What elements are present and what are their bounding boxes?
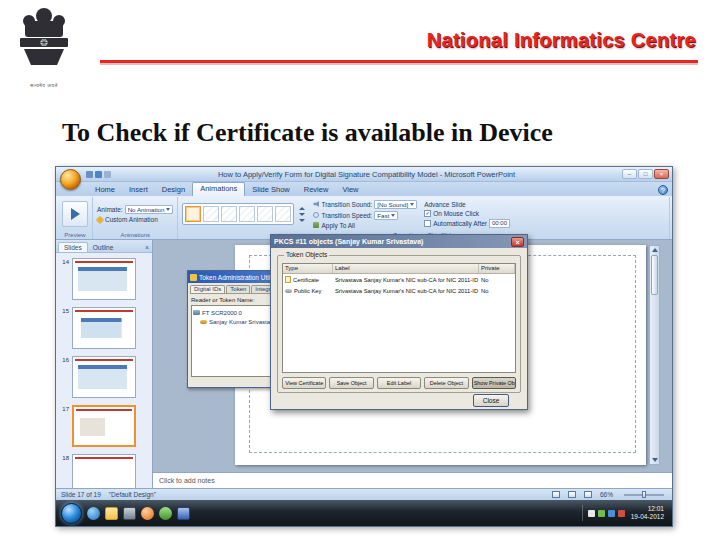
scroll-up-icon[interactable] <box>652 248 658 252</box>
view-normal-icon[interactable] <box>552 491 560 498</box>
group-label-preview: Preview <box>62 230 88 239</box>
folder-icon[interactable] <box>105 507 118 520</box>
tab-digital-ids[interactable]: Digital IDs <box>190 285 225 293</box>
object-row-certificate[interactable]: Certificate Srivastava Sanjay Kumar's NI… <box>283 274 515 285</box>
object-row-public-key[interactable]: Public Key Srivastava Sanjay Kumar's NIC… <box>283 285 515 296</box>
dialog-body: Token Objects Type Label Private Certifi… <box>271 248 527 409</box>
animate-label: Animate: <box>97 206 123 213</box>
tray-icon-3[interactable] <box>608 510 615 517</box>
dialog-close-button[interactable]: Close <box>473 394 509 407</box>
undo-icon[interactable] <box>95 171 102 178</box>
transition-tile[interactable] <box>239 206 255 222</box>
token-key-icon <box>200 320 207 324</box>
slide-thumbnail-selected[interactable] <box>72 405 136 447</box>
save-object-button[interactable]: Save Object <box>329 377 373 389</box>
apply-to-all-button[interactable]: Apply To All <box>321 222 354 229</box>
tab-animations[interactable]: Animations <box>192 182 245 196</box>
taskbar-clock[interactable]: 12:01 19-04-2012 <box>628 505 667 521</box>
view-slideshow-icon[interactable] <box>584 491 592 498</box>
show-private-objects-button[interactable]: Show Private Objects <box>472 377 516 389</box>
transition-gallery <box>182 203 294 225</box>
slide-thumbnail[interactable] <box>72 454 136 488</box>
minimize-button[interactable]: – <box>622 169 637 179</box>
office-button-icon[interactable] <box>60 169 81 190</box>
tab-slide-show[interactable]: Slide Show <box>245 184 297 196</box>
tab-design[interactable]: Design <box>155 184 192 196</box>
tab-slides[interactable]: Slides <box>58 242 88 252</box>
automatically-after-label: Automatically After <box>433 220 487 227</box>
view-sorter-icon[interactable] <box>568 491 576 498</box>
emblem-motto: सत्यमेव जयते <box>14 82 74 89</box>
tab-home[interactable]: Home <box>88 184 122 196</box>
gallery-more-icon[interactable] <box>299 219 305 222</box>
gallery-down-icon[interactable] <box>299 213 305 216</box>
slide-thumbnail[interactable] <box>72 307 136 349</box>
tab-view[interactable]: View <box>335 184 365 196</box>
help-icon[interactable]: ? <box>658 185 668 195</box>
auto-after-time-input[interactable]: 00:00 <box>489 219 510 228</box>
custom-animation-button[interactable]: Custom Animation <box>105 216 158 223</box>
view-certificate-button[interactable]: View Certificate <box>282 377 326 389</box>
dialog-close-icon[interactable]: × <box>511 237 524 247</box>
group-label-animations: Animations <box>97 230 173 239</box>
redo-icon[interactable] <box>104 171 111 178</box>
gallery-up-icon[interactable] <box>299 207 305 210</box>
on-mouse-click-checkbox[interactable]: ✓ <box>424 210 431 217</box>
page-title: To Check if Certificate is available in … <box>62 118 553 148</box>
reader-icon <box>193 310 200 315</box>
speed-icon <box>313 212 319 218</box>
object-label: Srivastava Sanjay Kumar's NIC sub-CA for… <box>333 288 479 294</box>
delete-object-button[interactable]: Delete Object <box>424 377 468 389</box>
tab-outline[interactable]: Outline <box>88 243 119 252</box>
transition-tile[interactable] <box>275 206 291 222</box>
column-private[interactable]: Private <box>479 264 515 273</box>
zoom-slider[interactable] <box>624 494 664 496</box>
animate-select[interactable]: No Animation <box>125 205 174 214</box>
slide-thumbnail[interactable] <box>72 258 136 300</box>
tray-icon-4[interactable] <box>618 510 625 517</box>
show-desktop-icon[interactable] <box>123 507 136 520</box>
tray-icon-1[interactable] <box>588 510 595 517</box>
transition-sound-select[interactable]: [No Sound] <box>374 200 417 209</box>
tab-token[interactable]: Token <box>226 285 250 293</box>
ribbon-group-transition: Transition Sound: [No Sound] Transition … <box>178 197 670 239</box>
column-label[interactable]: Label <box>333 264 479 273</box>
ashoka-emblem-icon <box>15 5 73 77</box>
slides-panel: Slides Outline × 14 15 16 <box>56 240 153 488</box>
zoom-slider-thumb[interactable] <box>642 491 646 498</box>
transition-tile[interactable] <box>203 206 219 222</box>
edit-label-button[interactable]: Edit Label <box>377 377 421 389</box>
chevron-down-icon <box>391 214 395 217</box>
thumbnail-preview <box>75 261 133 297</box>
media-player-icon[interactable] <box>141 507 154 520</box>
transition-tile[interactable] <box>257 206 273 222</box>
column-type[interactable]: Type <box>283 264 333 273</box>
scroll-down-icon[interactable] <box>652 458 658 462</box>
transition-tile[interactable] <box>221 206 237 222</box>
messenger-icon[interactable] <box>159 507 172 520</box>
panel-close-icon[interactable]: × <box>145 244 152 252</box>
dialog-titlebar[interactable]: PKCS #11 objects (Sanjay Kumar Srivastav… <box>271 235 527 248</box>
objects-list: Type Label Private Certificate Srivastav… <box>282 263 516 373</box>
token-app-icon <box>190 274 197 281</box>
titlebar[interactable]: How to Apply/Verify Form for Digital Sig… <box>56 167 672 182</box>
tab-insert[interactable]: Insert <box>122 184 155 196</box>
notes-pane[interactable]: Click to add notes <box>153 472 672 488</box>
transition-none-tile[interactable] <box>185 206 201 222</box>
object-label: Srivastava Sanjay Kumar's NIC sub-CA for… <box>333 277 479 283</box>
close-button[interactable]: × <box>654 169 669 179</box>
preview-button[interactable] <box>62 201 88 227</box>
document-app-icon[interactable] <box>177 507 190 520</box>
maximize-button[interactable]: □ <box>638 169 653 179</box>
browser-icon[interactable] <box>87 507 100 520</box>
scrollbar-thumb[interactable] <box>651 255 658 295</box>
start-button[interactable] <box>61 503 82 524</box>
slide-thumbnail[interactable] <box>72 356 136 398</box>
vertical-scrollbar[interactable] <box>649 245 660 465</box>
tab-review[interactable]: Review <box>297 184 336 196</box>
tray-icon-2[interactable] <box>598 510 605 517</box>
save-icon[interactable] <box>86 171 93 178</box>
automatically-after-checkbox[interactable] <box>424 220 431 227</box>
quick-access-toolbar <box>86 171 111 178</box>
transition-speed-select[interactable]: Fast <box>374 211 398 220</box>
